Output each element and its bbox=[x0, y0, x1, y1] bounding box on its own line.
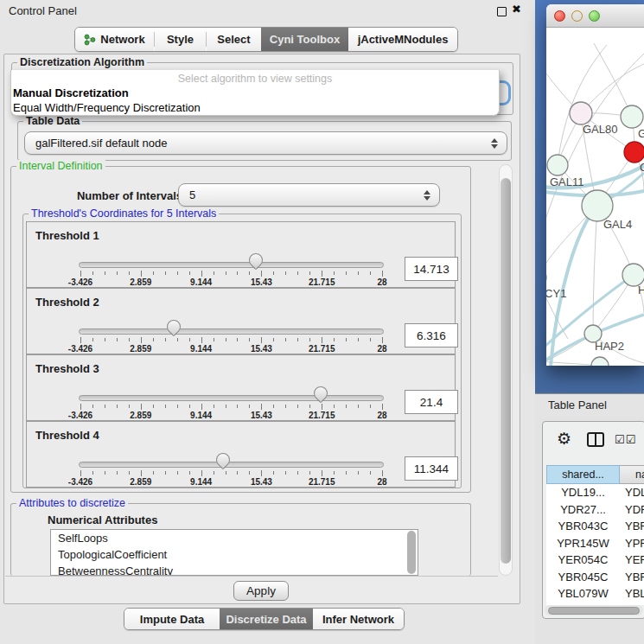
table-row[interactable]: YDR27...YDR27 bbox=[546, 501, 644, 519]
slider-scale: -3.4262.8599.14415.4321.71528 bbox=[80, 277, 382, 288]
threshold-value-field[interactable]: 14.713 bbox=[405, 257, 458, 281]
network-node[interactable] bbox=[547, 155, 568, 175]
node-label: HAP2 bbox=[595, 340, 624, 353]
slider-track[interactable] bbox=[79, 262, 384, 268]
group-title: Attributes to discretize bbox=[16, 497, 128, 509]
tab-label: Cyni Toolbox bbox=[270, 33, 340, 46]
threshold-label: Threshold 2 bbox=[35, 296, 99, 309]
node-label: C bbox=[640, 161, 644, 174]
network-canvas[interactable]: GAL80GACGAL11GAL4GCY1HHAP2 bbox=[546, 28, 644, 366]
table-row[interactable]: YER054CYER054C bbox=[546, 552, 644, 569]
combo-value: galFiltered.sif default node bbox=[35, 137, 167, 150]
slider-track[interactable] bbox=[79, 462, 384, 468]
list-item[interactable]: TopologicalCoefficient bbox=[51, 546, 418, 563]
table-row[interactable]: YDL19...YDL19 bbox=[546, 484, 644, 501]
network-node[interactable] bbox=[591, 357, 609, 366]
node-label: H bbox=[638, 284, 644, 296]
top-tab-bar: Network Style Select Cyni Toolbox jActiv… bbox=[74, 27, 458, 52]
network-icon bbox=[84, 34, 96, 46]
network-node[interactable] bbox=[621, 105, 643, 128]
threshold-1-panel: Threshold 1 -3.4262.8599.14415.4321.7152… bbox=[26, 221, 456, 288]
stepper-icon bbox=[491, 138, 499, 149]
tab-label: Discretize Data bbox=[226, 613, 306, 626]
tab-cyni-toolbox[interactable]: Cyni Toolbox bbox=[261, 28, 348, 51]
gear-icon[interactable]: ⚙ bbox=[557, 429, 571, 449]
network-view-window: GAL80GACGAL11GAL4GCY1HHAP2 bbox=[546, 4, 644, 366]
network-node[interactable] bbox=[582, 190, 613, 221]
network-node[interactable] bbox=[624, 142, 644, 163]
tab-select[interactable]: Select bbox=[207, 28, 261, 51]
node-label: GAL4 bbox=[603, 218, 632, 231]
table-body: YDL19...YDL19YDR27...YDR27YBR043CYBR043C… bbox=[546, 484, 644, 605]
slider-scale: -3.4262.8599.14415.4321.71528 bbox=[80, 343, 382, 354]
table-row[interactable]: YBR045CYBR045C bbox=[546, 569, 644, 586]
table-hscrollbar-thumb[interactable] bbox=[548, 607, 640, 615]
close-traffic-light-icon[interactable] bbox=[554, 10, 565, 22]
apply-button[interactable]: Apply bbox=[233, 581, 289, 601]
tab-label: jActiveMNodules bbox=[358, 33, 449, 46]
threshold-value-field[interactable]: 21.4 bbox=[405, 390, 458, 414]
group-title: Interval Definition bbox=[16, 160, 105, 172]
list-item[interactable]: BetweennessCentrality bbox=[51, 563, 418, 576]
tab-label: Network bbox=[100, 33, 144, 46]
threshold-2-panel: Threshold 2 -3.4262.8599.14415.4321.7152… bbox=[26, 288, 456, 354]
network-window-titlebar[interactable] bbox=[546, 4, 644, 28]
float-window-icon[interactable] bbox=[497, 7, 507, 16]
tab-style[interactable]: Style bbox=[155, 28, 206, 51]
combo-value: 5 bbox=[189, 188, 195, 201]
column-header-shared-name[interactable]: shared... bbox=[546, 465, 620, 484]
tab-label: Select bbox=[217, 33, 250, 46]
numerical-attributes-list[interactable]: SelfLoopsTopologicalCoefficientBetweenne… bbox=[50, 529, 418, 576]
slider-scale: -3.4262.8599.14415.4321.71528 bbox=[80, 410, 382, 421]
main-scrollbar-thumb[interactable] bbox=[501, 178, 511, 564]
table-row[interactable]: YBL079WYBL079W bbox=[546, 585, 644, 603]
popup-item-equal-width-frequency[interactable]: Equal Width/Frequency Discretization bbox=[11, 100, 499, 115]
tab-label: Style bbox=[167, 33, 194, 46]
node-label: GAL11 bbox=[550, 175, 584, 188]
node-label: GA bbox=[638, 127, 644, 140]
popup-placeholder: Select algorithm to view settings bbox=[11, 70, 499, 86]
list-scrollbar[interactable] bbox=[407, 531, 416, 574]
tab-network[interactable]: Network bbox=[75, 28, 154, 51]
table-data-group: Table Data galFiltered.sif default node bbox=[17, 121, 512, 161]
threshold-value-field[interactable]: 6.316 bbox=[405, 323, 458, 348]
table-panel-title: Table Panel bbox=[548, 399, 607, 411]
select-columns-icon[interactable]: ☑☑ bbox=[615, 433, 636, 446]
node-label: GCY1 bbox=[546, 287, 566, 300]
table-row[interactable]: YBR043CYBR043C bbox=[546, 518, 644, 535]
threshold-value-field[interactable]: 11.344 bbox=[405, 456, 458, 481]
number-of-intervals-combo[interactable]: 5 bbox=[178, 183, 440, 207]
tab-label: Infer Network bbox=[322, 613, 394, 626]
viewport-divider bbox=[5, 576, 498, 577]
network-node[interactable] bbox=[570, 102, 592, 124]
table-row[interactable]: YPR145WYPR145W bbox=[546, 535, 644, 552]
threshold-4-panel: Threshold 4 -3.4262.8599.14415.4321.7152… bbox=[26, 421, 456, 488]
table-data-combo[interactable]: galFiltered.sif default node bbox=[24, 131, 507, 155]
slider-track[interactable] bbox=[79, 395, 384, 401]
bottom-tab-bar: Impute Data Discretize Data Infer Networ… bbox=[124, 608, 405, 630]
popup-item-manual-discretization[interactable]: Manual Discretization bbox=[11, 86, 499, 100]
number-of-intervals-label: Number of Intervals bbox=[61, 189, 182, 202]
tab-jactivemnodules[interactable]: jActiveMNodules bbox=[348, 28, 457, 51]
node-label: GAL80 bbox=[583, 123, 617, 136]
stepper-icon bbox=[424, 190, 431, 201]
slider-scale: -3.4262.8599.14415.4321.71528 bbox=[80, 476, 382, 488]
zoom-traffic-light-icon[interactable] bbox=[589, 10, 600, 22]
group-title: Table Data bbox=[23, 115, 82, 127]
column-header-name[interactable]: name bbox=[620, 465, 644, 484]
list-item[interactable]: SelfLoops bbox=[51, 530, 418, 546]
minimize-traffic-light-icon[interactable] bbox=[571, 10, 583, 22]
slider-track[interactable] bbox=[79, 328, 384, 335]
tab-impute-data[interactable]: Impute Data bbox=[124, 609, 220, 629]
group-title: Discretization Algorithm bbox=[17, 56, 147, 68]
tab-infer-network[interactable]: Infer Network bbox=[313, 609, 404, 629]
tab-label: Impute Data bbox=[140, 613, 204, 626]
group-title: Threshold's Coordinates for 5 Intervals bbox=[29, 207, 219, 220]
control-panel: Control Panel ✖ Network Style Select Cyn… bbox=[0, 0, 535, 644]
tab-discretize-data[interactable]: Discretize Data bbox=[220, 609, 313, 629]
column-view-icon[interactable] bbox=[587, 432, 604, 447]
numerical-attributes-label: Numerical Attributes bbox=[48, 513, 157, 526]
threshold-3-panel: Threshold 3 -3.4262.8599.14415.4321.7152… bbox=[26, 354, 456, 421]
close-icon[interactable]: ✖ bbox=[512, 3, 521, 16]
algorithm-dropdown-popup: Select algorithm to view settings Manual… bbox=[10, 70, 500, 116]
